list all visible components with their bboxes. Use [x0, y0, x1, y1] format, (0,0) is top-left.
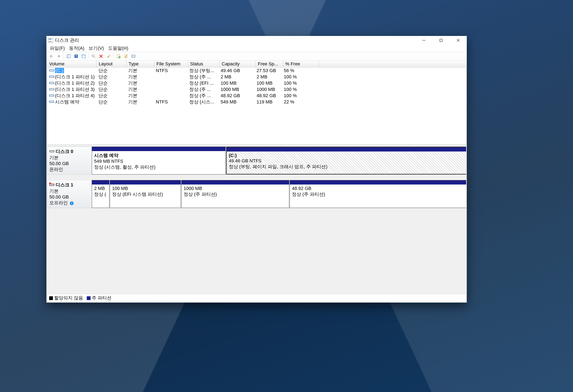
- svg-rect-10: [82, 54, 85, 58]
- cell-free: 48.92 GB: [254, 93, 282, 98]
- window-title: 디스크 관리: [55, 37, 79, 43]
- partition-box[interactable]: 1000 MB정상 (주 파티션): [181, 180, 289, 208]
- partition-body: 2 MB정상 (: [92, 185, 109, 208]
- svg-rect-1: [440, 39, 442, 42]
- menu-help[interactable]: 도움말(H): [107, 45, 130, 52]
- maximize-button[interactable]: [432, 36, 450, 45]
- close-button[interactable]: [450, 36, 467, 45]
- edit-icon[interactable]: [123, 53, 129, 59]
- partition-box[interactable]: 시스템 예약549 MB NTFS정상 (시스템, 활성, 주 파티션): [92, 147, 226, 174]
- toolbar-separator: [64, 53, 64, 59]
- cell-status: 정상 (주 ...: [187, 93, 218, 99]
- col-empty[interactable]: [319, 61, 466, 67]
- cell-pct: 100 %: [282, 74, 317, 80]
- cell-status: 정상 (시스...: [187, 99, 218, 105]
- volume-name: (디스크 1 파티션 1): [55, 74, 94, 79]
- partition-title: (C:): [229, 153, 466, 158]
- info-icon[interactable]: i: [70, 202, 74, 205]
- partition-size: 48.92 GB: [292, 186, 466, 191]
- partition-size: 49.46 GB NTFS: [229, 158, 466, 164]
- toolbar-separator: [89, 53, 89, 59]
- volume-row[interactable]: (디스크 1 파티션 4)단순기본정상 (주 ...48.92 GB48.92 …: [47, 93, 466, 99]
- partition-body: 100 MB정상 (EFI 시스템 파티션): [110, 185, 181, 208]
- menu-file[interactable]: 파일(F): [48, 45, 67, 52]
- disk-type: 기본: [49, 188, 90, 194]
- disk-partitions: 2 MB정상 (100 MB정상 (EFI 시스템 파티션)1000 MB정상 …: [92, 180, 466, 208]
- splitter[interactable]: [47, 144, 466, 146]
- drive-icon: [49, 100, 54, 105]
- partition-header-bar: [92, 147, 225, 151]
- partition-header-bar: [290, 180, 466, 185]
- cell-pct: 56 %: [282, 68, 317, 73]
- delete-icon[interactable]: [98, 53, 104, 59]
- volume-name: (디스크 1 파티션 2): [55, 81, 94, 86]
- partition-box[interactable]: 2 MB정상 (: [92, 180, 109, 208]
- refresh-icon[interactable]: [81, 53, 87, 59]
- partition-body: 1000 MB정상 (주 파티션): [181, 185, 289, 208]
- menu-view[interactable]: 보기(V): [87, 45, 105, 52]
- col-filesystem[interactable]: File System: [154, 61, 188, 67]
- disk-label[interactable]: 디스크 0기본50.00 GB온라인: [47, 147, 92, 175]
- cell-type: 기본: [126, 93, 154, 99]
- volume-row[interactable]: (디스크 1 파티션 2)단순기본정상 (EFI ...100 MB100 MB…: [47, 80, 466, 86]
- volume-name: 시스템 예약: [55, 99, 79, 104]
- properties-icon[interactable]: [90, 53, 97, 59]
- disk-label[interactable]: 디스크 1기본50.00 GB오프라인 i: [47, 180, 92, 208]
- col-type[interactable]: Type: [126, 61, 154, 67]
- partition-status: 정상 (주 파티션): [184, 191, 287, 197]
- cell-type: 기본: [126, 86, 154, 93]
- menu-action[interactable]: 동작(A): [67, 45, 86, 52]
- partition-box[interactable]: 48.92 GB정상 (주 파티션): [290, 180, 466, 208]
- partition-header-bar: [92, 180, 109, 185]
- partition-header-bar: [227, 147, 466, 152]
- cell-capacity: 100 MB: [218, 81, 254, 86]
- titlebar[interactable]: 디스크 관리: [46, 36, 467, 45]
- toolbar-separator: [113, 53, 114, 59]
- volume-list[interactable]: Volume Layout Type File System Status Ca…: [47, 61, 466, 144]
- cell-layout: 단순: [96, 74, 126, 80]
- disk-state: 오프라인 i: [49, 200, 90, 206]
- partition-size: 2 MB: [94, 186, 107, 191]
- volume-row[interactable]: (디스크 1 파티션 1)단순기본정상 (주 ...2 MB2 MB100 %: [47, 74, 466, 80]
- cell-capacity: 1000 MB: [218, 87, 254, 92]
- cell-type: 기본: [126, 80, 154, 86]
- cell-type: 기본: [126, 74, 154, 80]
- partition-box[interactable]: 100 MB정상 (EFI 시스템 파티션): [110, 180, 181, 208]
- col-volume[interactable]: Volume: [47, 61, 97, 67]
- disk-graphic-pane: 디스크 0기본50.00 GB온라인시스템 예약549 MB NTFS정상 (시…: [47, 146, 466, 294]
- cell-capacity: 2 MB: [218, 74, 254, 80]
- partition-box[interactable]: (C:)49.46 GB NTFS정상 (부팅, 페이지 파일, 크래시 덤프,…: [226, 147, 466, 174]
- menubar: 파일(F) 동작(A) 보기(V) 도움말(H): [46, 45, 467, 52]
- details-icon[interactable]: [130, 53, 137, 59]
- cell-free: 27.53 GB: [254, 68, 282, 73]
- forward-button[interactable]: [56, 53, 62, 59]
- disk-size: 50.00 GB: [49, 194, 90, 200]
- volume-row[interactable]: (C:)단순기본NTFS정상 (부팅...49.46 GB27.53 GB56 …: [47, 68, 466, 74]
- col-capacity[interactable]: Capacity: [220, 61, 256, 67]
- volume-row[interactable]: 시스템 예약단순기본NTFS정상 (시스...549 MB119 MB22 %: [47, 99, 466, 105]
- svg-text:?: ?: [75, 54, 77, 58]
- disk-management-window: 디스크 관리 파일(F) 동작(A) 보기(V) 도움말(H): [46, 36, 467, 303]
- help-icon[interactable]: ?: [73, 53, 79, 59]
- back-button[interactable]: [48, 53, 54, 59]
- new-icon[interactable]: [115, 53, 122, 59]
- col-freespace[interactable]: Free Sp...: [256, 61, 283, 67]
- desktop-wallpaper: 디스크 관리 파일(F) 동작(A) 보기(V) 도움말(H): [0, 0, 573, 392]
- cell-layout: 단순: [96, 99, 126, 105]
- show-hide-console-tree-icon[interactable]: [65, 53, 72, 59]
- col-layout[interactable]: Layout: [97, 61, 126, 67]
- partition-size: 100 MB: [112, 186, 179, 191]
- cell-status: 정상 (부팅...: [187, 68, 218, 74]
- disk-type: 기본: [49, 155, 90, 161]
- volume-row[interactable]: (디스크 1 파티션 3)단순기본정상 (주 ...1000 MB1000 MB…: [47, 86, 466, 93]
- col-pctfree[interactable]: % Free: [283, 61, 319, 67]
- legend-unallocated: 할당되지 않음: [49, 295, 83, 301]
- partition-size: 549 MB NTFS: [94, 159, 223, 164]
- col-status[interactable]: Status: [188, 61, 220, 67]
- partition-header-bar: [110, 180, 181, 185]
- partition-body: 48.92 GB정상 (주 파티션): [290, 185, 466, 208]
- minimize-button[interactable]: [415, 36, 432, 45]
- cell-capacity: 549 MB: [218, 99, 254, 105]
- cell-fs: NTFS: [154, 99, 187, 105]
- check-icon[interactable]: [105, 53, 112, 59]
